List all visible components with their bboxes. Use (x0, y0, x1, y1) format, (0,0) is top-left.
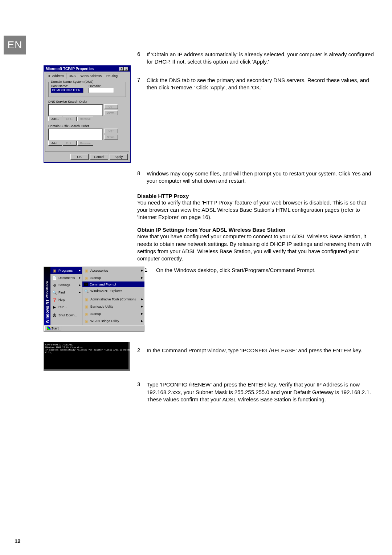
settings-icon: ⚙ (52, 283, 57, 288)
btn-edit-1[interactable]: Edit... (63, 117, 77, 121)
cmd-line: C:\>IPCONFIG /RELEASE (45, 344, 127, 346)
heading-obtain-ip: Obtain IP Settings from Your ADSL Wirele… (137, 227, 377, 233)
step-number: 3 (137, 381, 142, 403)
dns-fieldset: Domain Name System (DNS) Host Name: DEMO… (48, 82, 126, 97)
suffix-order-listbox[interactable] (48, 129, 103, 140)
folder-icon: ▣ (84, 268, 89, 273)
host-name-input[interactable]: DEMOCOMPUTER (51, 88, 83, 93)
menu-divider (51, 311, 81, 311)
tab-ip-address[interactable]: IP Address (46, 73, 66, 79)
menu-help[interactable]: ❓ Help (50, 296, 82, 303)
btn-down-1[interactable]: Down↓ (104, 110, 118, 115)
folder-icon: ▣ (84, 275, 89, 280)
step-number: 7 (137, 77, 142, 92)
arrow-icon: ▶ (141, 320, 143, 323)
step-text: In the Command Prompt window, type 'IPCO… (147, 347, 362, 354)
tab-routing[interactable]: Routing (104, 73, 120, 79)
menu-shutdown[interactable]: ⏻ Shut Down... (50, 312, 82, 319)
btn-apply[interactable]: Apply (110, 154, 128, 160)
dialog-titlebar: Microsoft TCP/IP Properties ? × (44, 66, 130, 72)
step-number: 6 (137, 51, 142, 66)
cmd-line: Windows 2000 IP Configuration (45, 346, 127, 349)
folder-icon: ▣ (84, 311, 89, 316)
btn-up-2[interactable]: Up↑ (104, 129, 118, 133)
submenu-command-prompt[interactable]: C: Command Prompt (82, 281, 144, 287)
folder-icon: ▣ (84, 304, 89, 309)
arrow-icon: ▶ (79, 276, 81, 279)
btn-remove-1[interactable]: Remove (77, 117, 93, 121)
btn-add-1[interactable]: Add... (48, 117, 62, 121)
close-button[interactable]: × (124, 67, 128, 71)
btn-down-2[interactable]: Down↓ (104, 135, 118, 139)
dialog-title-text: Microsoft TCP/IP Properties (46, 67, 94, 71)
domain-label: Domain: (89, 84, 123, 88)
start-menu-left: ▣ Programs ▶ 📄 Documents ▶ ⚙ (50, 267, 82, 325)
host-name-label: Host Name: (51, 84, 86, 88)
arrow-icon: ▶ (141, 276, 143, 279)
submenu-accessories[interactable]: ▣ Accessories ▶ (82, 267, 144, 274)
step-text-2: These values confirm that your ADSL Wire… (147, 396, 326, 402)
dialog-tabs: IP Address DNS WINS Address Routing (44, 72, 130, 79)
service-order-listbox[interactable] (48, 104, 103, 116)
arrow-icon: ▶ (141, 305, 143, 308)
nt-sidebar: Windows NT Workstation (44, 267, 50, 325)
start-button[interactable]: Start (44, 326, 61, 331)
btn-up-1[interactable]: Up↑ (104, 104, 118, 109)
step-text: Type 'IPCONFIG /RENEW' and press the ENT… (147, 381, 371, 395)
tcpip-properties-dialog: Microsoft TCP/IP Properties ? × IP Addre… (44, 65, 131, 163)
suffix-order-label: Domain Suffix Search Order (48, 124, 126, 128)
menu-programs[interactable]: ▣ Programs ▶ (50, 267, 82, 274)
step-number: 8 (137, 170, 142, 185)
help-button[interactable]: ? (119, 67, 124, 71)
taskbar: Start (44, 325, 144, 332)
step-8: 8 Windows may copy some files, and will … (137, 170, 377, 185)
menu-documents[interactable]: 📄 Documents ▶ (50, 274, 82, 281)
step-number: 2 (137, 347, 142, 354)
submenu-wlan-bridge[interactable]: ▣ WLAN Bridge Utility ▶ (82, 317, 144, 325)
submenu-admin-tools[interactable]: ▣ Administrative Tools (Common) ▶ (82, 296, 144, 303)
tab-wins[interactable]: WINS Address (78, 73, 104, 79)
menu-find[interactable]: 🔍 Find ▶ (50, 289, 82, 296)
submenu-nt-explorer[interactable]: 🔍 Windows NT Explorer (82, 287, 144, 295)
programs-icon: ▣ (52, 268, 57, 273)
btn-ok[interactable]: OK (70, 154, 89, 160)
cmd-icon: C: (84, 283, 88, 286)
start-menu-screenshot: Windows NT Workstation ▣ Programs ▶ 📄 Do… (44, 267, 144, 332)
step-7: 7 Click the DNS tab to see the primary a… (137, 77, 377, 92)
shutdown-icon: ⏻ (52, 313, 57, 318)
menu-settings[interactable]: ⚙ Settings ▶ (50, 281, 82, 289)
submenu-barricade[interactable]: ▣ Barricade Utility ▶ (82, 303, 144, 310)
step-1-cmd: 1 On the Windows desktop, click Start/Pr… (144, 267, 377, 274)
cmd-line: IP address successfully released for ada… (45, 349, 127, 351)
documents-icon: 📄 (52, 275, 57, 280)
step-3-renew: 3 Type 'IPCONFIG /RENEW' and press the E… (137, 381, 377, 403)
help-icon: ❓ (52, 297, 57, 302)
submenu-startup-1[interactable]: ▣ Startup ▶ (82, 274, 144, 281)
arrow-icon: ▶ (79, 291, 81, 294)
btn-remove-2[interactable]: Remove (77, 141, 93, 146)
folder-icon: ▣ (84, 319, 89, 324)
submenu-startup-2[interactable]: ▣ Startup ▶ (82, 310, 144, 317)
btn-cancel[interactable]: Cancel (90, 154, 108, 160)
btn-add-2[interactable]: Add... (48, 141, 62, 146)
find-icon: 🔍 (52, 290, 57, 295)
folder-icon: ▣ (84, 297, 89, 302)
tab-dns[interactable]: DNS (66, 73, 78, 79)
programs-submenu: ▣ Accessories ▶ ▣ Startup ▶ C: (82, 267, 144, 325)
step-text: If 'Obtain an IP address automatically' … (147, 51, 377, 66)
body-disable-proxy: You need to verify that the 'HTTP Proxy'… (137, 199, 377, 221)
step-text: Click the DNS tab to see the primary and… (147, 77, 377, 92)
run-icon: ▶ (52, 304, 57, 309)
btn-edit-2[interactable]: Edit... (63, 141, 77, 146)
step-text: On the Windows desktop, click Start/Prog… (156, 267, 315, 274)
domain-input[interactable] (89, 88, 114, 93)
arrow-icon: ▶ (79, 269, 81, 272)
step-number: 1 (144, 267, 152, 274)
menu-divider (83, 295, 144, 295)
menu-run[interactable]: ▶ Run... (50, 303, 82, 311)
page-number: 12 (15, 538, 21, 544)
command-prompt-window: C:\>IPCONFIG /RELEASE Windows 2000 IP Co… (44, 342, 130, 371)
arrow-icon: ▶ (141, 312, 143, 315)
cmd-line: C:\>_ (45, 351, 127, 354)
service-order-label: DNS Service Search Order (48, 100, 126, 104)
